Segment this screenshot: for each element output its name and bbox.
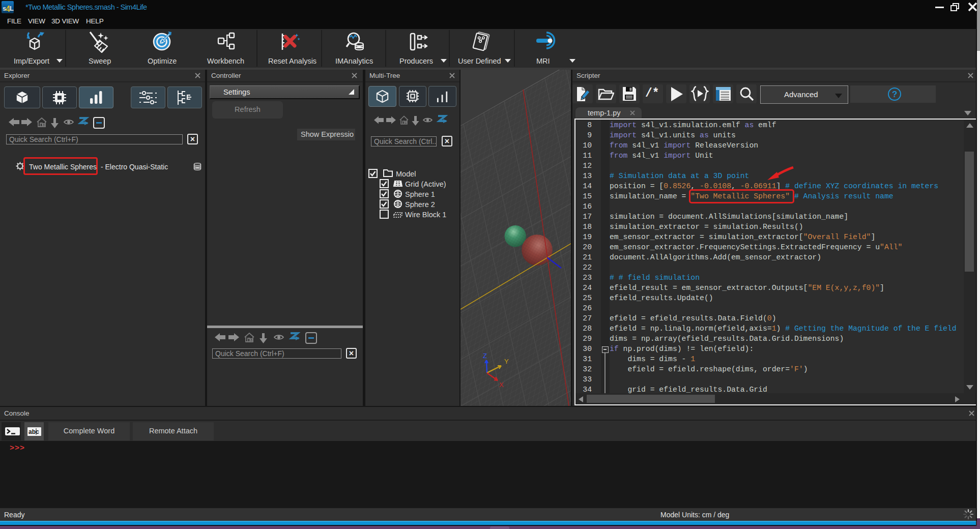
svg-text:Sphere 2: Sphere 2 [405,200,435,209]
svg-text:?: ? [892,90,897,99]
svg-text:Y: Y [504,358,509,365]
svg-text:Grid (Active): Grid (Active) [405,180,446,188]
svg-text:Z: Z [483,352,487,360]
svg-text:Wire Block 1: Wire Block 1 [405,211,446,219]
svg-text:Model: Model [396,170,416,178]
svg-text:L: L [10,5,14,12]
svg-text:X: X [499,381,504,389]
svg-text:abc: abc [28,428,39,435]
svg-text:Sphere 1: Sphere 1 [405,190,435,198]
